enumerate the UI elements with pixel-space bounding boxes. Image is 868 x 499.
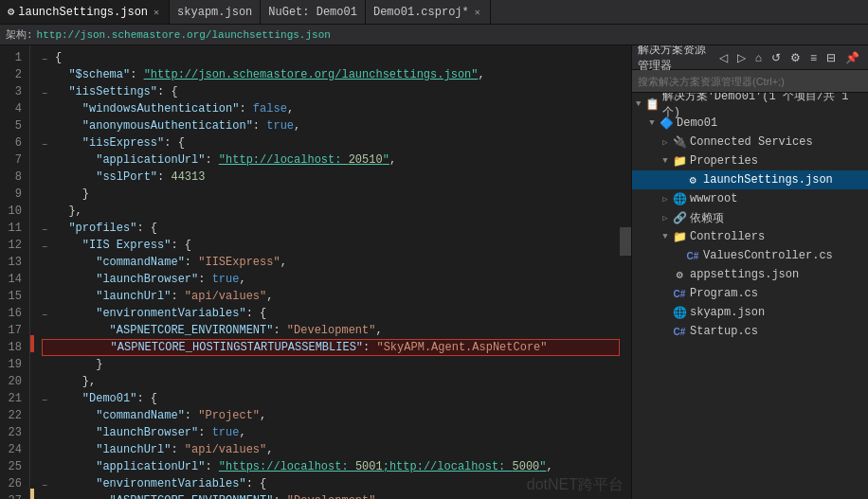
code-line-24: "launchUrl": "api/values", — [42, 441, 620, 458]
address-url[interactable]: http://json.schemastore.org/launchsettin… — [37, 29, 331, 41]
tree-label-demo01: Demo01 — [677, 116, 717, 130]
toolbar-btn-gear[interactable]: ⚙ — [787, 50, 804, 65]
tab-close-csproj[interactable]: ✕ — [473, 7, 482, 18]
collapse-btn-1[interactable]: − — [42, 52, 53, 63]
tree-item-connected[interactable]: ▷🔌Connected Services — [632, 133, 868, 151]
tab-bar: ⚙ launchSettings.json ✕ skyapm.json NuGe… — [0, 0, 868, 25]
editor-panel: 1234567891011121314151617181920212223242… — [0, 45, 631, 499]
toolbar-btn-back[interactable]: ◁ — [716, 50, 731, 65]
code-line-20: }, — [42, 373, 620, 390]
code-line-10: }, — [42, 203, 620, 220]
tree-item-skyapm[interactable]: 🌐skyapm.json — [632, 303, 868, 322]
code-content-7: "applicationUrl": "http://localhost: 205… — [55, 151, 396, 169]
code-content-27: "ASPNETCORE_ENVIRONMENT": "Development", — [55, 492, 383, 499]
code-content-13: "commandName": "IISExpress", — [55, 254, 287, 271]
code-area[interactable]: −{ "$schema": "http://json.schemastore.o… — [34, 45, 620, 499]
toolbar-btn-filter[interactable]: ≡ — [807, 50, 820, 65]
collapse-btn-12[interactable]: − — [42, 240, 53, 251]
tab-icon-launchsettings: ⚙ — [8, 5, 14, 19]
code-content-1: { — [55, 49, 62, 66]
tree-item-valuescontroller[interactable]: C#ValuesController.cs — [632, 246, 868, 265]
solution-explorer: 解决方案资源管理器 ◁ ▷ ⌂ ↺ ⚙ ≡ ⊟ 📌 ▼📋解决方案'Demo01'… — [631, 45, 868, 499]
tree-label-valuescontroller: ValuesController.cs — [703, 249, 833, 262]
toolbar-btn-pin[interactable]: 📌 — [842, 50, 862, 65]
code-line-27: "ASPNETCORE_ENVIRONMENT": "Development", — [42, 492, 620, 499]
collapse-btn-16[interactable]: − — [42, 308, 53, 319]
code-content-3: "iisSettings": { — [55, 83, 178, 100]
tree-icon-controllers: 📁 — [672, 229, 687, 244]
code-content-5: "anonymousAuthentication": true, — [55, 117, 300, 134]
collapse-btn-6[interactable]: − — [42, 137, 53, 149]
collapse-btn-21[interactable]: − — [42, 393, 53, 404]
code-content-15: "launchUrl": "api/values", — [55, 288, 273, 305]
code-line-17: "ASPNETCORE_ENVIRONMENT": "Development", — [42, 322, 620, 339]
tree-label-startup: Startup.cs — [690, 325, 758, 338]
tree-arrow-controllers[interactable]: ▼ — [659, 232, 672, 241]
tree-item-appsettings[interactable]: ⚙appsettings.json — [632, 265, 868, 284]
main-area: 1234567891011121314151617181920212223242… — [0, 45, 868, 499]
tree-icon-properties: 📁 — [672, 153, 687, 169]
tree-arrow-properties[interactable]: ▼ — [659, 156, 672, 166]
address-bar: 架构: http://json.schemastore.org/launchse… — [0, 25, 868, 45]
code-content-20: }, — [55, 373, 96, 390]
tree-item-launchsettings[interactable]: ⚙launchSettings.json — [632, 170, 868, 189]
code-line-1: −{ — [42, 49, 620, 66]
tab-nuget[interactable]: NuGet: Demo01 — [261, 0, 366, 24]
tab-label-nuget: NuGet: Demo01 — [268, 6, 357, 19]
editor-content: 1234567891011121314151617181920212223242… — [0, 45, 631, 499]
tree-label-launchsettings: launchSettings.json — [703, 173, 833, 187]
tab-label-csproj: Demo01.csproj* — [373, 6, 469, 19]
search-bar — [632, 70, 868, 93]
code-content-22: "commandName": "Project", — [55, 407, 266, 424]
code-content-19: } — [55, 356, 102, 373]
tree-arrow-demo01[interactable]: ▼ — [645, 118, 659, 128]
collapse-btn-3[interactable]: − — [42, 86, 53, 98]
tab-close-launchsettings[interactable]: ✕ — [152, 7, 161, 18]
code-line-15: "launchUrl": "api/values", — [42, 288, 620, 305]
tree-arrow-depends[interactable]: ▷ — [659, 213, 672, 223]
code-line-2: "$schema": "http://json.schemastore.org/… — [42, 66, 620, 83]
tree-icon-wwwroot: 🌐 — [672, 191, 687, 206]
tree-view: ▼📋解决方案'Demo01'(1 个项目/共 1 个)▼🔷Demo01▷🔌Con… — [632, 93, 868, 499]
tree-item-wwwroot[interactable]: ▷🌐wwwroot — [632, 189, 868, 208]
toolbar-btn-home[interactable]: ⌂ — [752, 50, 765, 65]
toolbar-btn-forward[interactable]: ▷ — [734, 50, 749, 65]
tree-label-wwwroot: wwwroot — [690, 192, 737, 205]
code-line-22: "commandName": "Project", — [42, 407, 620, 424]
toolbar-btn-collapse[interactable]: ⊟ — [823, 50, 839, 65]
tab-csproj[interactable]: Demo01.csproj* ✕ — [366, 0, 491, 24]
tab-label-launchsettings: launchSettings.json — [18, 6, 148, 19]
code-content-17: "ASPNETCORE_ENVIRONMENT": "Development", — [55, 322, 383, 339]
code-line-21: − "Demo01": { — [42, 390, 620, 407]
tree-item-properties[interactable]: ▼📁Properties — [632, 151, 868, 170]
toolbar-btn-refresh[interactable]: ↺ — [769, 50, 784, 65]
tree-item-program[interactable]: C#Program.cs — [632, 284, 868, 303]
collapse-btn-26[interactable]: − — [42, 478, 53, 490]
collapse-btn-11[interactable]: − — [42, 223, 53, 234]
tree-item-depends[interactable]: ▷🔗依赖项 — [632, 208, 868, 227]
tree-icon-connected: 🔌 — [672, 134, 687, 150]
code-line-19: } — [42, 356, 620, 373]
tree-arrow-solution[interactable]: ▼ — [632, 99, 644, 109]
tree-item-startup[interactable]: C#Startup.cs — [632, 322, 868, 341]
code-line-14: "launchBrowser": true, — [42, 271, 620, 288]
tab-skyapm[interactable]: skyapm.json — [170, 0, 261, 24]
search-input[interactable] — [638, 76, 862, 87]
line-numbers: 1234567891011121314151617181920212223242… — [0, 45, 30, 499]
code-line-6: − "iisExpress": { — [42, 134, 620, 151]
code-line-4: "windowsAuthentication": false, — [42, 100, 620, 117]
tree-item-solution[interactable]: ▼📋解决方案'Demo01'(1 个项目/共 1 个) — [632, 95, 868, 114]
code-content-2: "$schema": "http://json.schemastore.org/… — [55, 66, 485, 83]
tab-launchsettings[interactable]: ⚙ launchSettings.json ✕ — [0, 0, 170, 24]
solution-explorer-header: 解决方案资源管理器 ◁ ▷ ⌂ ↺ ⚙ ≡ ⊟ 📌 — [632, 45, 868, 70]
tree-label-depends: 依赖项 — [690, 210, 724, 226]
tree-arrow-connected[interactable]: ▷ — [659, 137, 672, 148]
tree-item-controllers[interactable]: ▼📁Controllers — [632, 227, 868, 246]
tree-label-skyapm: skyapm.json — [690, 306, 765, 319]
code-line-11: − "profiles": { — [42, 220, 620, 237]
tree-arrow-wwwroot[interactable]: ▷ — [659, 194, 672, 205]
editor-scrollbar[interactable] — [620, 45, 631, 499]
code-content-9: } — [55, 186, 89, 203]
code-content-8: "sslPort": 44313 — [55, 169, 205, 186]
code-content-14: "launchBrowser": true, — [55, 271, 246, 288]
